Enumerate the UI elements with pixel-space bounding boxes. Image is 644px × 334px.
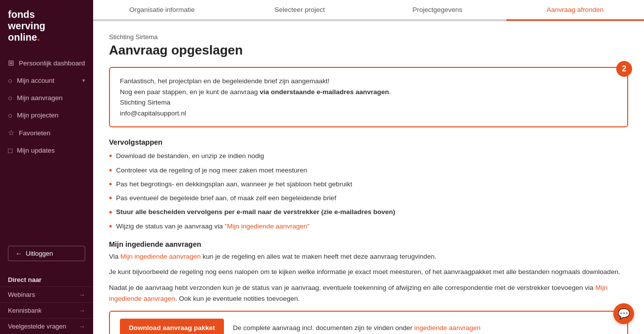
sidebar-item-aanvragen[interactable]: ○ Mijn aanvragen bbox=[0, 89, 93, 107]
logout-button[interactable]: ← Uitloggen bbox=[8, 246, 85, 261]
mijn-aanvragen-link[interactable]: "Mijn ingediende aanvragen" bbox=[224, 223, 310, 230]
sidebar-item-label: Mijn projecten bbox=[17, 111, 58, 119]
sidebar-item-label: Mijn updates bbox=[17, 147, 55, 154]
info-org: Stichting Sirtema bbox=[120, 97, 617, 108]
projecten-icon: ○ bbox=[8, 111, 12, 119]
step-org-info: Organisatie informatie bbox=[93, 0, 231, 21]
chat-bubble[interactable]: 💬 bbox=[613, 303, 634, 324]
list-item: • Controleer via de regeling of je nog m… bbox=[109, 166, 628, 175]
webinars-label: Webinars bbox=[8, 291, 35, 298]
mijn-aanvragen-link-2[interactable]: Mijn ingediende aanvragen bbox=[109, 284, 607, 302]
main-content: Organisatie informatie Selecteer project… bbox=[93, 0, 644, 334]
info-line2: Nog een paar stappen, en je kunt de aanv… bbox=[120, 87, 617, 98]
mijn-section: Mijn ingediende aanvragen Via Mijn inged… bbox=[109, 240, 628, 304]
download-button[interactable]: Download aanvraag pakket bbox=[120, 319, 224, 334]
dashboard-icon: ⊞ bbox=[8, 58, 14, 67]
chat-icon: 💬 bbox=[618, 308, 630, 320]
bullet-icon: • bbox=[109, 194, 112, 203]
sidebar-item-label: Mijn aanvragen bbox=[17, 94, 62, 102]
step-label: Organisatie informatie bbox=[129, 6, 195, 13]
kennisbank-label: Kennisbank bbox=[8, 307, 42, 314]
sidebar-item-dashboard[interactable]: ⊞ Persoonlijk dashboard bbox=[0, 54, 93, 72]
sidebar-item-updates[interactable]: □ Mijn updates bbox=[0, 142, 93, 159]
sidebar-item-label: Favorieten bbox=[19, 129, 51, 137]
logout-icon: ← bbox=[15, 250, 22, 257]
account-icon: ○ bbox=[8, 76, 12, 85]
aanvragen-icon: ○ bbox=[8, 94, 12, 102]
list-item: • Pas eventueel de begeleide brief aan, … bbox=[109, 193, 628, 203]
info-email: info@capitalsupport.nl bbox=[120, 108, 617, 119]
info-box-email: 2 Fantastisch, het projectplan en de beg… bbox=[109, 67, 628, 127]
arrow-icon: → bbox=[79, 307, 85, 314]
mijn-para2: Je kunt bijvoorbeeld de regeling nog een… bbox=[109, 267, 628, 278]
bullet-icon: • bbox=[109, 208, 112, 217]
vervolgstappen-title: Vervolgstappen bbox=[109, 138, 628, 146]
direct-link-faq[interactable]: Veelgestelde vragen → bbox=[0, 318, 93, 334]
logo-text: fonds werving online. bbox=[8, 9, 85, 43]
mijn-para3: Nadat je de aanvraag hebt verzonden kun … bbox=[109, 282, 628, 304]
sidebar: fonds werving online. ⊞ Persoonlijk dash… bbox=[0, 0, 93, 334]
arrow-icon: → bbox=[79, 291, 85, 298]
sidebar-item-account[interactable]: ○ Mijn account ▾ bbox=[0, 72, 93, 89]
step-label: Aanvraag afronden bbox=[547, 6, 604, 13]
direct-naar-label: Direct naar bbox=[0, 269, 93, 286]
mijn-section-title: Mijn ingediende aanvragen bbox=[109, 240, 628, 248]
direct-link-kennisbank[interactable]: Kennisbank → bbox=[0, 302, 93, 318]
sidebar-bottom: ← Uitloggen bbox=[0, 240, 93, 269]
mijn-para1: Via Mijn ingediende aanvragen kun je de … bbox=[109, 251, 628, 262]
content-area: Stichting Sirtema Aanvraag opgeslagen 2 … bbox=[93, 21, 644, 334]
faq-label: Veelgestelde vragen bbox=[8, 323, 66, 330]
direct-link-webinars[interactable]: Webinars → bbox=[0, 286, 93, 302]
stepper: Organisatie informatie Selecteer project… bbox=[93, 0, 644, 21]
updates-icon: □ bbox=[8, 146, 12, 155]
chevron-down-icon: ▾ bbox=[82, 77, 85, 84]
bullet-icon: • bbox=[109, 222, 112, 231]
step-select-project: Selecteer project bbox=[231, 0, 369, 21]
step-label: Projectgegevens bbox=[413, 6, 463, 13]
list-item-bold: • Stuur alle bescheiden vervolgens per e… bbox=[109, 207, 628, 217]
bullet-icon: • bbox=[109, 152, 112, 161]
logout-label: Uitloggen bbox=[26, 250, 53, 257]
step-label: Selecteer project bbox=[274, 6, 324, 13]
badge-2: 2 bbox=[616, 61, 632, 77]
list-item: • Pas het begrotings- en dekkingsplan aa… bbox=[109, 179, 628, 189]
bullet-icon: • bbox=[109, 166, 112, 175]
info-line1: Fantastisch, het projectplan en de begel… bbox=[120, 76, 617, 87]
org-name: Stichting Sirtema bbox=[109, 33, 628, 41]
step-finalize: Aanvraag afronden bbox=[506, 0, 644, 21]
star-icon: ☆ bbox=[8, 128, 14, 137]
logo: fonds werving online. bbox=[0, 0, 93, 50]
sidebar-item-favorieten[interactable]: ☆ Favorieten bbox=[0, 124, 93, 142]
bullet-icon: • bbox=[109, 180, 112, 189]
ingediende-aanvragen-link[interactable]: ingediende aanvragen bbox=[414, 324, 481, 332]
sidebar-nav: ⊞ Persoonlijk dashboard ○ Mijn account ▾… bbox=[0, 50, 93, 240]
vervolgstappen-list: • Download de bestanden, en unzip ze ind… bbox=[109, 151, 628, 231]
step-project-data: Projectgegevens bbox=[369, 0, 506, 21]
download-note: De complete aanvraag incl. documenten zi… bbox=[233, 324, 481, 332]
page-title: Aanvraag opgeslagen bbox=[109, 43, 628, 58]
sidebar-item-projecten[interactable]: ○ Mijn projecten bbox=[0, 107, 93, 124]
sidebar-item-label: Mijn account bbox=[17, 77, 54, 84]
list-item: • Download de bestanden, en unzip ze ind… bbox=[109, 151, 628, 161]
list-item: • Wijzig de status van je aanvraag via "… bbox=[109, 222, 628, 231]
sidebar-item-label: Persoonlijk dashboard bbox=[19, 59, 85, 67]
mijn-aanvragen-link-1[interactable]: Mijn ingediende aanvragen bbox=[120, 253, 201, 260]
arrow-icon: → bbox=[79, 323, 85, 330]
download-box: 1 Download aanvraag pakket De complete a… bbox=[109, 311, 628, 334]
